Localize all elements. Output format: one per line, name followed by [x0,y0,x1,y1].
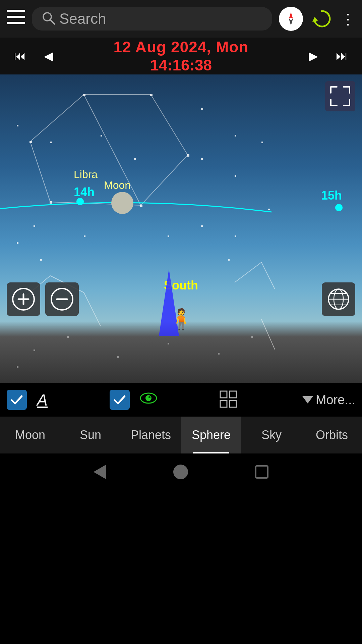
tab-sphere[interactable]: Sphere [181,417,241,453]
svg-rect-35 [134,158,136,160]
search-input[interactable]: Search [59,10,106,27]
svg-rect-37 [228,259,230,261]
svg-rect-43 [218,353,220,355]
compass-button[interactable] [279,7,303,31]
svg-rect-41 [117,356,119,358]
svg-marker-6 [289,19,293,25]
svg-rect-21 [201,108,203,110]
constellation-names-toggle[interactable] [7,390,27,410]
more-dropdown-button[interactable]: More... [302,393,355,407]
time-label-15h: 15h [321,189,342,203]
zoom-in-button[interactable] [7,282,40,316]
zoom-out-button[interactable] [45,282,79,316]
fullscreen-button[interactable] [325,81,355,111]
toolbar: A More... [0,383,362,417]
svg-line-12 [235,262,261,282]
top-bar: Search ⋮ [0,0,362,38]
svg-rect-16 [150,94,153,96]
globe-button[interactable] [322,282,355,316]
svg-point-47 [111,192,133,214]
svg-rect-29 [34,225,35,227]
svg-rect-0 [7,10,25,12]
android-nav-bar [0,453,362,490]
android-home-button[interactable] [173,465,188,479]
grid-icon[interactable] [220,390,237,409]
datetime-bar: ⏮ ◀ 12 Aug 2024, Mon 14:16:38 ▶ ⏭ [0,38,362,74]
svg-rect-34 [201,158,203,160]
constellation-overlay [0,74,362,383]
svg-rect-20 [29,141,32,143]
moon-label: Moon [104,179,131,192]
text-labels-button[interactable]: A [37,391,48,409]
observer-figure: 🧍 [169,307,194,331]
dropdown-arrow-icon [302,396,313,404]
android-back-button[interactable] [94,465,106,479]
svg-rect-64 [220,400,227,407]
svg-rect-27 [268,209,270,210]
svg-line-13 [261,262,275,289]
more-label: More... [316,393,355,407]
svg-rect-40 [67,336,69,338]
svg-rect-39 [34,350,35,351]
svg-rect-24 [50,142,52,143]
rewind-button[interactable]: ◀ [35,44,62,68]
svg-line-14 [261,319,275,350]
svg-rect-38 [40,259,42,261]
svg-rect-23 [17,125,18,126]
ecliptic-toggle[interactable] [110,390,130,410]
bottom-tabs: Moon Sun Planets Sphere Sky Orbits [0,417,362,453]
tab-planets[interactable]: Planets [121,417,181,453]
ecliptic-dot-15h [335,204,343,211]
svg-rect-42 [168,343,169,344]
tab-sun[interactable]: Sun [60,417,121,453]
svg-rect-17 [187,154,189,157]
svg-rect-25 [235,175,236,177]
svg-rect-62 [220,391,227,398]
tab-orbits[interactable]: Orbits [302,417,362,453]
svg-rect-45 [17,366,18,368]
svg-point-61 [148,396,150,398]
svg-rect-28 [201,225,203,227]
svg-rect-32 [168,235,169,237]
svg-line-11 [84,292,101,326]
svg-rect-44 [251,336,253,338]
svg-marker-5 [289,12,293,19]
svg-rect-22 [235,135,236,137]
svg-rect-63 [230,391,236,398]
date-display: 12 Aug 2024, Mon [114,38,249,56]
libra-label: Libra [74,168,98,181]
moon-object[interactable] [111,191,134,215]
svg-rect-36 [101,135,102,137]
svg-rect-26 [261,142,263,143]
time-label-14h: 14h [74,185,95,199]
android-recents-button[interactable] [255,465,268,479]
refresh-button[interactable] [310,7,334,31]
forward-button[interactable]: ▶ [300,44,327,68]
time-display: 14:16:38 [150,56,212,74]
svg-rect-65 [230,400,236,407]
svg-rect-30 [17,242,18,244]
svg-rect-19 [50,201,52,204]
search-bar[interactable]: Search [32,7,272,31]
rewind-fast-button[interactable]: ⏮ [7,44,34,68]
tab-sky[interactable]: Sky [241,417,302,453]
svg-marker-7 [312,17,318,22]
south-label: South [164,278,198,292]
sky-view[interactable]: 14h 15h Moon Libra South 🧍 [0,74,362,383]
svg-rect-33 [235,235,236,237]
svg-line-4 [50,20,55,24]
svg-rect-18 [140,205,142,207]
svg-rect-1 [7,16,25,18]
svg-rect-15 [83,94,85,96]
visibility-eye-icon[interactable] [140,391,157,408]
svg-rect-2 [7,22,25,24]
svg-rect-31 [84,235,85,237]
svg-point-60 [145,395,152,401]
menu-button[interactable] [7,10,25,28]
overflow-menu-button[interactable]: ⋮ [341,10,355,28]
search-icon [42,11,55,26]
fast-forward-button[interactable]: ⏭ [328,44,355,68]
tab-moon[interactable]: Moon [0,417,60,453]
